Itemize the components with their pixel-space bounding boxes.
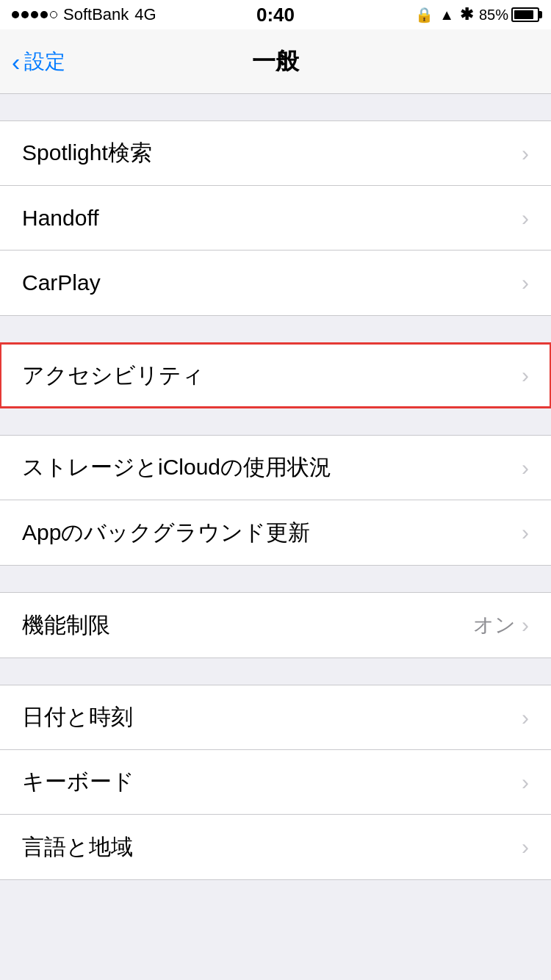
network-type: 4G (134, 5, 156, 24)
chevron-datetime-icon: › (522, 705, 529, 730)
chevron-handoff-icon: › (522, 206, 529, 231)
row-handoff-right: › (522, 206, 529, 231)
row-restrictions[interactable]: 機能制限 オン › (0, 593, 551, 657)
row-spotlight-label: Spotlight検索 (22, 138, 152, 168)
row-language[interactable]: 言語と地域 › (0, 815, 551, 879)
row-storage[interactable]: ストレージとiCloudの使用状況 › (0, 436, 551, 500)
navigation-bar: ‹ 設定 一般 (0, 29, 551, 94)
settings-group-3: ストレージとiCloudの使用状況 › Appのバックグラウンド更新 › (0, 435, 551, 566)
battery-percentage: 85% (479, 7, 508, 24)
row-language-right: › (522, 835, 529, 860)
chevron-spotlight-icon: › (522, 141, 529, 166)
row-background-right: › (522, 520, 529, 545)
row-spotlight[interactable]: Spotlight検索 › (0, 121, 551, 186)
dot-2 (21, 11, 29, 18)
dot-1 (12, 11, 19, 18)
row-datetime-label: 日付と時刻 (22, 702, 133, 732)
row-language-label: 言語と地域 (22, 832, 133, 862)
status-right: 🔒 ▲ ✱ 85% (415, 5, 539, 24)
row-carplay-right: › (522, 270, 529, 295)
battery-container: 85% (479, 7, 539, 24)
status-left: SoftBank 4G (12, 5, 156, 24)
row-restrictions-value: オン (473, 611, 516, 639)
section-gap-3 (0, 408, 551, 435)
row-datetime-right: › (522, 705, 529, 730)
chevron-background-icon: › (522, 520, 529, 545)
row-carplay-label: CarPlay (22, 270, 101, 295)
back-chevron-icon: ‹ (12, 49, 20, 74)
row-handoff-label: Handoff (22, 206, 99, 231)
row-accessibility[interactable]: アクセシビリティ › (0, 343, 551, 408)
dot-4 (40, 11, 48, 18)
section-gap-2 (0, 316, 551, 342)
section-gap-4 (0, 566, 551, 592)
settings-group-5: 日付と時刻 › キーボード › 言語と地域 › (0, 685, 551, 880)
battery-fill (514, 10, 533, 19)
bluetooth-icon: ✱ (460, 5, 473, 24)
row-handoff[interactable]: Handoff › (0, 186, 551, 251)
row-spotlight-right: › (522, 141, 529, 166)
chevron-storage-icon: › (522, 455, 529, 480)
row-accessibility-label: アクセシビリティ (22, 361, 204, 391)
signal-dots (12, 11, 57, 18)
row-storage-right: › (522, 455, 529, 480)
row-storage-label: ストレージとiCloudの使用状況 (22, 453, 331, 483)
row-restrictions-label: 機能制限 (22, 610, 110, 641)
dot-5 (50, 11, 57, 18)
row-carplay[interactable]: CarPlay › (0, 251, 551, 315)
row-keyboard-right: › (522, 770, 529, 795)
settings-group-1: Spotlight検索 › Handoff › CarPlay › (0, 120, 551, 316)
back-label: 設定 (24, 48, 65, 76)
battery-icon (511, 7, 539, 22)
location-icon: ▲ (439, 7, 454, 24)
row-accessibility-right: › (522, 363, 529, 388)
settings-group-2: アクセシビリティ › (0, 342, 551, 408)
status-time: 0:40 (256, 4, 295, 26)
carrier-name: SoftBank (63, 5, 129, 24)
chevron-accessibility-icon: › (522, 363, 529, 388)
row-datetime[interactable]: 日付と時刻 › (0, 685, 551, 750)
row-keyboard[interactable]: キーボード › (0, 750, 551, 815)
chevron-restrictions-icon: › (522, 613, 529, 638)
lock-icon: 🔒 (415, 6, 433, 24)
page-title: 一般 (252, 46, 299, 78)
row-keyboard-label: キーボード (22, 767, 134, 797)
chevron-language-icon: › (522, 835, 529, 860)
row-background[interactable]: Appのバックグラウンド更新 › (0, 500, 551, 565)
chevron-keyboard-icon: › (522, 770, 529, 795)
row-restrictions-right: オン › (473, 611, 529, 639)
status-bar: SoftBank 4G 0:40 🔒 ▲ ✱ 85% (0, 0, 551, 29)
section-gap-5 (0, 658, 551, 685)
back-button[interactable]: ‹ 設定 (12, 48, 65, 76)
section-gap-1 (0, 94, 551, 120)
dot-3 (31, 11, 38, 18)
settings-group-4: 機能制限 オン › (0, 592, 551, 658)
chevron-carplay-icon: › (522, 270, 529, 295)
row-background-label: Appのバックグラウンド更新 (22, 518, 310, 548)
